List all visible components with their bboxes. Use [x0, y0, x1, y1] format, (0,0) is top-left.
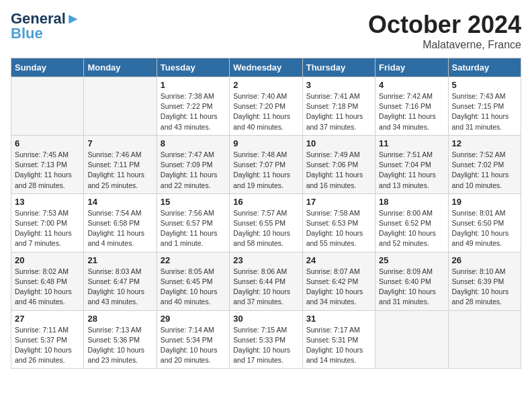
day-info: Sunrise: 7:47 AMSunset: 7:09 PMDaylight:…	[161, 150, 226, 191]
calendar-cell: 19Sunrise: 8:01 AMSunset: 6:50 PMDayligh…	[448, 193, 521, 252]
day-info: Sunrise: 7:56 AMSunset: 6:57 PMDaylight:…	[161, 208, 226, 249]
day-number: 30	[233, 314, 298, 324]
day-number: 7	[87, 138, 152, 148]
week-row: 20Sunrise: 8:02 AMSunset: 6:48 PMDayligh…	[11, 252, 521, 310]
calendar-cell: 11Sunrise: 7:51 AMSunset: 7:04 PMDayligh…	[375, 135, 448, 193]
weekday-header: Thursday	[302, 58, 375, 77]
day-number: 11	[379, 138, 444, 148]
day-info: Sunrise: 7:43 AMSunset: 7:15 PMDaylight:…	[452, 91, 517, 132]
calendar-cell: 13Sunrise: 7:53 AMSunset: 7:00 PMDayligh…	[11, 193, 84, 252]
calendar-cell: 15Sunrise: 7:56 AMSunset: 6:57 PMDayligh…	[157, 193, 229, 252]
day-number: 31	[306, 314, 371, 324]
day-number: 2	[233, 80, 298, 90]
day-info: Sunrise: 7:11 AMSunset: 5:37 PMDaylight:…	[15, 325, 80, 366]
day-number: 20	[15, 255, 80, 265]
day-number: 16	[233, 197, 298, 207]
calendar-cell: 30Sunrise: 7:15 AMSunset: 5:33 PMDayligh…	[230, 310, 302, 369]
calendar-cell: 14Sunrise: 7:54 AMSunset: 6:58 PMDayligh…	[84, 193, 157, 252]
calendar-cell: 2Sunrise: 7:40 AMSunset: 7:20 PMDaylight…	[230, 77, 302, 136]
day-info: Sunrise: 7:49 AMSunset: 7:06 PMDaylight:…	[306, 150, 371, 191]
calendar-cell: 8Sunrise: 7:47 AMSunset: 7:09 PMDaylight…	[157, 135, 229, 193]
day-info: Sunrise: 7:46 AMSunset: 7:11 PMDaylight:…	[87, 150, 152, 191]
calendar-cell: 22Sunrise: 8:05 AMSunset: 6:45 PMDayligh…	[157, 252, 229, 310]
day-number: 24	[306, 255, 371, 265]
calendar-cell: 7Sunrise: 7:46 AMSunset: 7:11 PMDaylight…	[84, 135, 157, 193]
day-number: 17	[306, 197, 371, 207]
calendar-cell: 6Sunrise: 7:45 AMSunset: 7:13 PMDaylight…	[11, 135, 84, 193]
day-number: 10	[306, 138, 371, 148]
day-info: Sunrise: 8:01 AMSunset: 6:50 PMDaylight:…	[452, 208, 517, 249]
day-info: Sunrise: 7:41 AMSunset: 7:18 PMDaylight:…	[306, 91, 371, 132]
day-number: 1	[161, 80, 226, 90]
calendar-cell: 5Sunrise: 7:43 AMSunset: 7:15 PMDaylight…	[448, 77, 521, 136]
logo-blue: Blue	[11, 26, 81, 42]
day-info: Sunrise: 7:54 AMSunset: 6:58 PMDaylight:…	[87, 208, 152, 249]
calendar-cell: 18Sunrise: 8:00 AMSunset: 6:52 PMDayligh…	[375, 193, 448, 252]
day-info: Sunrise: 7:38 AMSunset: 7:22 PMDaylight:…	[161, 91, 226, 132]
calendar-cell: 9Sunrise: 7:48 AMSunset: 7:07 PMDaylight…	[230, 135, 302, 193]
day-info: Sunrise: 7:42 AMSunset: 7:16 PMDaylight:…	[379, 91, 444, 132]
calendar-cell	[11, 77, 84, 136]
week-row: 27Sunrise: 7:11 AMSunset: 5:37 PMDayligh…	[11, 310, 521, 369]
day-number: 22	[161, 255, 226, 265]
calendar-cell: 20Sunrise: 8:02 AMSunset: 6:48 PMDayligh…	[11, 252, 84, 310]
day-info: Sunrise: 7:58 AMSunset: 6:53 PMDaylight:…	[306, 208, 371, 249]
location: Malataverne, France	[368, 39, 521, 51]
calendar-cell: 12Sunrise: 7:52 AMSunset: 7:02 PMDayligh…	[448, 135, 521, 193]
day-number: 29	[161, 314, 226, 324]
calendar-cell: 23Sunrise: 8:06 AMSunset: 6:44 PMDayligh…	[230, 252, 302, 310]
day-number: 18	[379, 197, 444, 207]
calendar-cell: 27Sunrise: 7:11 AMSunset: 5:37 PMDayligh…	[11, 310, 84, 369]
day-info: Sunrise: 7:13 AMSunset: 5:36 PMDaylight:…	[87, 325, 152, 366]
day-info: Sunrise: 7:15 AMSunset: 5:33 PMDaylight:…	[233, 325, 298, 366]
calendar-cell: 26Sunrise: 8:10 AMSunset: 6:39 PMDayligh…	[448, 252, 521, 310]
week-row: 6Sunrise: 7:45 AMSunset: 7:13 PMDaylight…	[11, 135, 521, 193]
day-info: Sunrise: 8:10 AMSunset: 6:39 PMDaylight:…	[452, 267, 517, 308]
week-row: 13Sunrise: 7:53 AMSunset: 7:00 PMDayligh…	[11, 193, 521, 252]
day-number: 14	[87, 197, 152, 207]
day-number: 19	[452, 197, 517, 207]
weekday-header: Friday	[375, 58, 448, 77]
day-info: Sunrise: 7:17 AMSunset: 5:31 PMDaylight:…	[306, 325, 371, 366]
day-number: 26	[452, 255, 517, 265]
calendar-cell: 29Sunrise: 7:14 AMSunset: 5:34 PMDayligh…	[157, 310, 229, 369]
weekday-header: Wednesday	[230, 58, 302, 77]
calendar-cell: 1Sunrise: 7:38 AMSunset: 7:22 PMDaylight…	[157, 77, 229, 136]
day-info: Sunrise: 7:57 AMSunset: 6:55 PMDaylight:…	[233, 208, 298, 249]
day-number: 6	[15, 138, 80, 148]
day-number: 4	[379, 80, 444, 90]
title-block: October 2024 Malataverne, France	[368, 11, 521, 51]
calendar-table: SundayMondayTuesdayWednesdayThursdayFrid…	[11, 58, 521, 369]
calendar-cell	[448, 310, 521, 369]
week-row: 1Sunrise: 7:38 AMSunset: 7:22 PMDaylight…	[11, 77, 521, 136]
weekday-header: Saturday	[448, 58, 521, 77]
day-info: Sunrise: 8:05 AMSunset: 6:45 PMDaylight:…	[161, 267, 226, 308]
calendar-cell: 31Sunrise: 7:17 AMSunset: 5:31 PMDayligh…	[302, 310, 375, 369]
calendar-cell: 28Sunrise: 7:13 AMSunset: 5:36 PMDayligh…	[84, 310, 157, 369]
calendar-cell: 24Sunrise: 8:07 AMSunset: 6:42 PMDayligh…	[302, 252, 375, 310]
weekday-header: Monday	[84, 58, 157, 77]
day-info: Sunrise: 7:14 AMSunset: 5:34 PMDaylight:…	[161, 325, 226, 366]
day-info: Sunrise: 7:51 AMSunset: 7:04 PMDaylight:…	[379, 150, 444, 191]
calendar-cell: 3Sunrise: 7:41 AMSunset: 7:18 PMDaylight…	[302, 77, 375, 136]
day-info: Sunrise: 8:06 AMSunset: 6:44 PMDaylight:…	[233, 267, 298, 308]
calendar-cell: 21Sunrise: 8:03 AMSunset: 6:47 PMDayligh…	[84, 252, 157, 310]
logo: General► Blue	[11, 11, 81, 42]
day-number: 25	[379, 255, 444, 265]
day-number: 27	[15, 314, 80, 324]
day-number: 3	[306, 80, 371, 90]
calendar-cell: 4Sunrise: 7:42 AMSunset: 7:16 PMDaylight…	[375, 77, 448, 136]
day-info: Sunrise: 8:07 AMSunset: 6:42 PMDaylight:…	[306, 267, 371, 308]
day-info: Sunrise: 8:09 AMSunset: 6:40 PMDaylight:…	[379, 267, 444, 308]
weekday-header-row: SundayMondayTuesdayWednesdayThursdayFrid…	[11, 58, 521, 77]
month-title: October 2024	[368, 11, 521, 39]
day-number: 12	[452, 138, 517, 148]
day-info: Sunrise: 7:45 AMSunset: 7:13 PMDaylight:…	[15, 150, 80, 191]
calendar-cell: 17Sunrise: 7:58 AMSunset: 6:53 PMDayligh…	[302, 193, 375, 252]
calendar-cell: 16Sunrise: 7:57 AMSunset: 6:55 PMDayligh…	[230, 193, 302, 252]
day-number: 9	[233, 138, 298, 148]
calendar-cell: 25Sunrise: 8:09 AMSunset: 6:40 PMDayligh…	[375, 252, 448, 310]
page-header: General► Blue October 2024 Malataverne, …	[11, 11, 521, 51]
day-info: Sunrise: 7:40 AMSunset: 7:20 PMDaylight:…	[233, 91, 298, 132]
weekday-header: Sunday	[11, 58, 84, 77]
